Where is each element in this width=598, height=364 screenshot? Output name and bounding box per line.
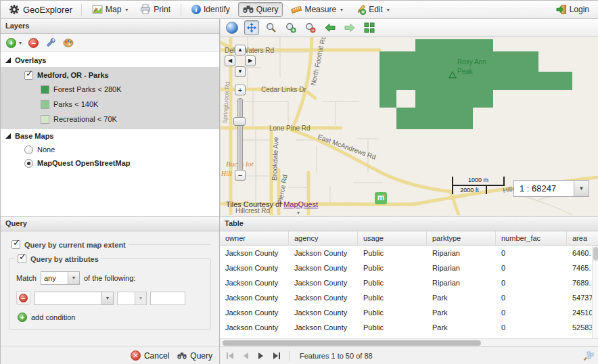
- previous-page-button[interactable]: [239, 350, 252, 362]
- print-icon: [140, 4, 151, 15]
- zoom-out-button[interactable]: [303, 20, 318, 35]
- cell-agency: Jackson County: [289, 260, 358, 275]
- remove-layer-button[interactable]: −: [28, 38, 39, 48]
- pan-tool-button[interactable]: [244, 20, 259, 35]
- first-page-button[interactable]: [224, 350, 236, 362]
- identify-button[interactable]: i Identify: [187, 3, 234, 16]
- add-condition-label: add condition: [31, 313, 75, 321]
- remove-condition-button[interactable]: −: [16, 291, 30, 305]
- operator-select[interactable]: ▼: [117, 292, 147, 305]
- map-menu-button[interactable]: Map ▾: [88, 3, 132, 16]
- arrow-right-icon: [344, 22, 355, 33]
- legend-row[interactable]: Parks < 140K: [1, 97, 219, 112]
- mapquest-link[interactable]: MapQuest: [283, 200, 318, 208]
- chevron-down-icon[interactable]: ▼: [574, 181, 589, 196]
- wrench-icon[interactable]: [45, 37, 56, 48]
- cell-owner: Jackson County: [220, 305, 289, 320]
- horizontal-scrollbar-thumb[interactable]: [223, 340, 481, 346]
- add-condition-button[interactable]: + add condition: [18, 313, 205, 322]
- table-row[interactable]: Jackson County Jackson County Public Par…: [220, 320, 598, 335]
- scale-select[interactable]: 1 : 68247 ▼: [513, 180, 589, 197]
- cancel-button[interactable]: ✕ Cancel: [131, 350, 169, 361]
- app-title: GeoExplorer: [23, 5, 72, 15]
- query-extent-checkbox[interactable]: [12, 240, 20, 249]
- pan-east-button[interactable]: ▶: [245, 55, 256, 66]
- previous-extent-button[interactable]: [323, 20, 338, 35]
- cell-parktype: Riparian: [427, 246, 496, 260]
- base-map-row-none[interactable]: None: [1, 143, 219, 156]
- edit-menu-button[interactable]: Edit ▾: [351, 3, 394, 16]
- max-extent-button[interactable]: [362, 20, 377, 35]
- map-canvas[interactable]: Roxy Ann Peak Delta Waters Rd Cedar Link…: [220, 37, 598, 215]
- cell-number-fac: 0: [496, 320, 567, 335]
- column-header-parktype[interactable]: parktype: [427, 231, 496, 245]
- pan-south-button[interactable]: ▼: [235, 66, 246, 77]
- print-button[interactable]: Print: [136, 3, 175, 16]
- pan-west-button[interactable]: ◀: [225, 55, 235, 66]
- cell-agency: Jackson County: [289, 290, 358, 305]
- zoom-in-button[interactable]: [283, 20, 298, 35]
- expander-icon[interactable]: [5, 133, 11, 139]
- cell-usage: Public: [358, 290, 427, 305]
- next-page-button[interactable]: [255, 350, 267, 362]
- column-header-number-fac[interactable]: number_fac: [496, 231, 567, 245]
- zoom-out-map-button[interactable]: −: [235, 170, 246, 181]
- radio-mapquest-osm[interactable]: [24, 159, 33, 168]
- run-query-button[interactable]: Query: [177, 351, 212, 361]
- column-header-usage[interactable]: usage: [358, 231, 427, 245]
- scale-bar: 1000 m 2000 ft: [452, 177, 505, 194]
- attribute-select[interactable]: ▼: [34, 292, 114, 305]
- pager-separator: [289, 350, 290, 361]
- app-brand: GeoExplorer: [6, 3, 75, 16]
- map-attribution: Tiles Courtesy of MapQuest: [226, 200, 318, 208]
- last-page-button[interactable]: [271, 350, 283, 362]
- base-maps-group-label: Base Maps: [15, 132, 53, 140]
- query-attributes-checkbox[interactable]: [18, 254, 26, 263]
- edit-label: Edit: [369, 5, 383, 14]
- palette-icon[interactable]: [63, 37, 74, 48]
- query-button[interactable]: Query: [238, 2, 283, 17]
- zoom-in-map-button[interactable]: +: [235, 85, 246, 95]
- table-row[interactable]: Jackson County Jackson County Public Rip…: [220, 260, 598, 275]
- layer-row-medford-parks[interactable]: Medford, OR - Parks: [1, 68, 219, 82]
- table-row[interactable]: Jackson County Jackson County Public Rip…: [220, 246, 598, 260]
- table-row[interactable]: Jackson County Jackson County Public Rip…: [220, 275, 598, 290]
- splitter-collapse-icon[interactable]: ▾: [297, 210, 300, 216]
- legend-row[interactable]: Recreational < 70K: [1, 112, 219, 127]
- remove-icon: −: [19, 294, 28, 302]
- base-maps-group-row[interactable]: Base Maps: [1, 129, 219, 143]
- vertical-scrollbar-thumb[interactable]: [593, 247, 598, 260]
- login-button[interactable]: Login: [552, 3, 593, 16]
- zoom-to-features-button[interactable]: [582, 350, 595, 362]
- cancel-icon: ✕: [131, 350, 141, 361]
- legend-row[interactable]: Forest Parks < 280K: [1, 82, 219, 97]
- expander-icon[interactable]: [5, 58, 11, 63]
- google-earth-button[interactable]: [225, 20, 239, 35]
- overlays-group-row[interactable]: Overlays: [1, 53, 219, 67]
- condition-value-input[interactable]: [150, 292, 185, 305]
- zoom-slider-handle[interactable]: [233, 117, 246, 126]
- max-extent-icon: [364, 22, 375, 33]
- column-header-owner[interactable]: owner: [220, 231, 289, 245]
- cell-agency: Jackson County: [289, 275, 358, 290]
- layer-checkbox[interactable]: [24, 71, 33, 80]
- measure-menu-button[interactable]: Measure ▾: [287, 3, 347, 16]
- gear-icon: [9, 4, 20, 15]
- radio-none[interactable]: [24, 145, 33, 154]
- column-header-agency[interactable]: agency: [289, 231, 358, 245]
- info-icon: i: [191, 5, 201, 14]
- legend-swatch-parks: [41, 100, 49, 109]
- base-map-row-osm[interactable]: MapQuest OpenStreetMap: [1, 156, 219, 170]
- pan-north-button[interactable]: ▲: [235, 45, 246, 55]
- zoom-box-button[interactable]: [264, 20, 279, 35]
- next-extent-button[interactable]: [342, 20, 357, 35]
- magnifier-icon: [266, 22, 277, 33]
- table-row[interactable]: Jackson County Jackson County Public Par…: [220, 305, 598, 320]
- column-header-area[interactable]: area: [567, 231, 598, 245]
- match-select[interactable]: any ▼: [41, 271, 80, 285]
- cell-usage: Public: [358, 260, 427, 275]
- peak-label-line1: Roxy Ann: [457, 58, 486, 66]
- table-row[interactable]: Jackson County Jackson County Public Par…: [220, 290, 598, 305]
- add-layer-button[interactable]: + ▾: [6, 38, 22, 48]
- first-page-icon: [226, 352, 234, 360]
